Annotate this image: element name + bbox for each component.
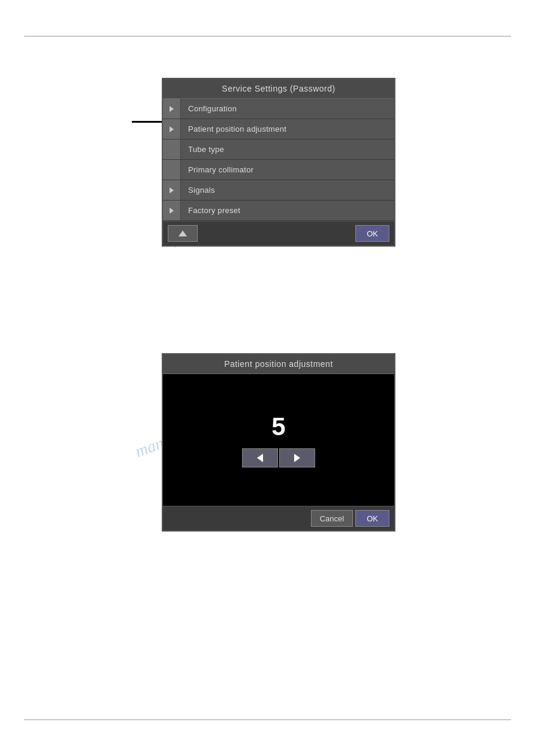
menu-label-configuration: Configuration [181,104,237,113]
increment-button[interactable] [279,448,315,467]
service-dialog-title: Service Settings (Password) [163,79,394,99]
patient-cancel-button[interactable]: Cancel [311,510,353,527]
patient-dialog-footer: Cancel OK [163,506,394,530]
patient-value: 5 [271,412,285,441]
service-ok-button[interactable]: OK [355,225,389,242]
menu-label-factory-preset: Factory preset [181,206,240,215]
menu-label-primary-collimator: Primary collimator [181,165,253,174]
decrement-button[interactable] [242,448,278,467]
top-divider [24,36,511,37]
chevron-right-icon [170,187,174,193]
chevron-right-icon [170,126,174,132]
arrow-up-icon [179,230,187,236]
arrow-left-icon [257,454,263,462]
menu-arrow-primary-collimator [163,160,181,180]
menu-item-primary-collimator[interactable]: Primary collimator [163,160,394,180]
patient-position-dialog: Patient position adjustment 5 Cancel OK [162,353,395,532]
patient-ok-button[interactable]: OK [355,510,389,527]
arrow-right-icon [294,454,300,462]
menu-item-signals[interactable]: Signals [163,180,394,201]
menu-label-signals: Signals [181,186,215,195]
chevron-right-icon [170,106,174,112]
arrow-body [132,121,162,123]
menu-arrow-configuration [163,99,181,119]
menu-arrow-tube-type [163,139,181,159]
menu-item-tube-type[interactable]: Tube type [163,139,394,160]
menu-label-tube-type: Tube type [181,145,224,154]
scroll-up-button[interactable] [168,225,198,242]
bottom-divider [24,719,511,720]
menu-arrow-signals [163,180,181,200]
menu-item-patient-position[interactable]: Patient position adjustment [163,119,394,139]
menu-item-configuration[interactable]: Configuration [163,99,394,119]
menu-arrow-factory-preset [163,201,181,220]
menu-label-patient-position: Patient position adjustment [181,125,286,133]
menu-item-factory-preset[interactable]: Factory preset [163,201,394,221]
chevron-right-icon [170,208,174,214]
menu-arrow-patient-position [163,119,181,139]
patient-dialog-title: Patient position adjustment [163,354,394,374]
patient-body: 5 [163,374,394,506]
service-settings-dialog: Service Settings (Password) Configuratio… [162,78,395,247]
stepper-row [242,448,315,467]
service-dialog-footer: OK [163,221,394,245]
